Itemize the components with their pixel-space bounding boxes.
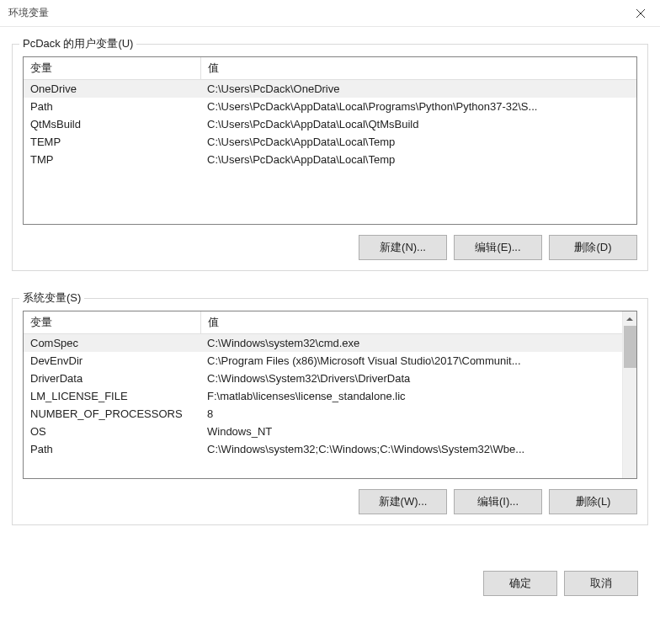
ok-button[interactable]: 确定: [483, 571, 557, 596]
table-row[interactable]: DriverData C:\Windows\System32\Drivers\D…: [24, 370, 622, 387]
system-header-value[interactable]: 值: [200, 311, 622, 334]
chevron-up-icon: [626, 316, 633, 322]
close-icon: [636, 9, 645, 18]
system-delete-button[interactable]: 删除(L): [549, 489, 637, 514]
cell-value: C:\Users\PcDack\AppData\Local\Temp: [200, 151, 636, 168]
cell-variable: QtMsBuild: [24, 115, 200, 133]
table-row[interactable]: LM_LICENSE_FILE F:\matlab\licenses\licen…: [24, 387, 622, 405]
cancel-button[interactable]: 取消: [564, 571, 638, 596]
user-header-value[interactable]: 值: [200, 57, 636, 80]
user-edit-button[interactable]: 编辑(E)...: [454, 235, 542, 260]
system-new-button[interactable]: 新建(W)...: [359, 489, 447, 514]
table-row[interactable]: DevEnvDir C:\Program Files (x86)\Microso…: [24, 352, 622, 370]
table-row[interactable]: OS Windows_NT: [24, 423, 622, 440]
table-row[interactable]: NUMBER_OF_PROCESSORS 8: [24, 405, 622, 423]
scrollbar-thumb[interactable]: [624, 326, 636, 368]
table-row[interactable]: TEMP C:\Users\PcDack\AppData\Local\Temp: [24, 133, 636, 151]
cell-value: Windows_NT: [200, 423, 622, 440]
user-new-button[interactable]: 新建(N)...: [359, 235, 447, 260]
dialog-buttons: 确定 取消: [0, 561, 660, 606]
system-buttons-row: 新建(W)... 编辑(I)... 删除(L): [23, 489, 637, 514]
cell-variable: Path: [24, 98, 200, 115]
system-variables-label: 系统变量(S): [19, 290, 84, 306]
cell-value: C:\Users\PcDack\AppData\Local\Temp: [200, 133, 636, 151]
system-variables-table[interactable]: 变量 值 ComSpec C:\Windows\system32\cmd.exe…: [24, 311, 622, 458]
scroll-up-arrow[interactable]: [623, 311, 636, 326]
user-buttons-row: 新建(N)... 编辑(E)... 删除(D): [23, 235, 637, 260]
system-header-variable[interactable]: 变量: [24, 311, 200, 334]
cell-variable: TEMP: [24, 133, 200, 151]
cell-variable: DevEnvDir: [24, 352, 200, 370]
close-button[interactable]: [621, 0, 660, 27]
cell-value: C:\Windows\System32\Drivers\DriverData: [200, 370, 622, 387]
cell-value: 8: [200, 405, 622, 423]
system-edit-button[interactable]: 编辑(I)...: [454, 489, 542, 514]
cell-variable: NUMBER_OF_PROCESSORS: [24, 405, 200, 423]
cell-variable: OS: [24, 423, 200, 440]
system-scrollbar[interactable]: [622, 311, 636, 478]
user-variables-group: PcDack 的用户变量(U) 变量 值 OneDrive C:\Users\P…: [12, 44, 648, 271]
system-variables-table-container: 变量 值 ComSpec C:\Windows\system32\cmd.exe…: [23, 311, 637, 479]
user-header-variable[interactable]: 变量: [24, 57, 200, 80]
table-row[interactable]: Path C:\Users\PcDack\AppData\Local\Progr…: [24, 98, 636, 115]
cell-variable: Path: [24, 440, 200, 458]
cell-value: C:\Users\PcDack\OneDrive: [200, 80, 636, 98]
user-variables-table-container: 变量 值 OneDrive C:\Users\PcDack\OneDrive P…: [23, 56, 637, 225]
cell-value: C:\Users\PcDack\AppData\Local\QtMsBuild: [200, 115, 636, 133]
cell-value: C:\Program Files (x86)\Microsoft Visual …: [200, 352, 622, 370]
user-variables-table[interactable]: 变量 值 OneDrive C:\Users\PcDack\OneDrive P…: [24, 57, 636, 168]
system-variables-group: 系统变量(S) 变量 值 ComSpec C:\Windows\system32…: [12, 298, 648, 525]
cell-variable: LM_LICENSE_FILE: [24, 387, 200, 405]
cell-variable: TMP: [24, 151, 200, 168]
user-variables-label: PcDack 的用户变量(U): [19, 36, 136, 51]
table-row[interactable]: ComSpec C:\Windows\system32\cmd.exe: [24, 334, 622, 353]
cell-value: C:\Windows\system32;C:\Windows;C:\Window…: [200, 440, 622, 458]
table-row[interactable]: Path C:\Windows\system32;C:\Windows;C:\W…: [24, 440, 622, 458]
user-delete-button[interactable]: 删除(D): [549, 235, 637, 260]
window-title: 环境变量: [8, 6, 49, 20]
table-row[interactable]: OneDrive C:\Users\PcDack\OneDrive: [24, 80, 636, 98]
table-row[interactable]: QtMsBuild C:\Users\PcDack\AppData\Local\…: [24, 115, 636, 133]
cell-value: F:\matlab\licenses\license_standalone.li…: [200, 387, 622, 405]
table-row[interactable]: TMP C:\Users\PcDack\AppData\Local\Temp: [24, 151, 636, 168]
titlebar: 环境变量: [0, 0, 660, 27]
cell-variable: DriverData: [24, 370, 200, 387]
cell-value: C:\Users\PcDack\AppData\Local\Programs\P…: [200, 98, 636, 115]
cell-variable: OneDrive: [24, 80, 200, 98]
cell-variable: ComSpec: [24, 334, 200, 353]
svg-marker-2: [626, 317, 633, 321]
cell-value: C:\Windows\system32\cmd.exe: [200, 334, 622, 353]
